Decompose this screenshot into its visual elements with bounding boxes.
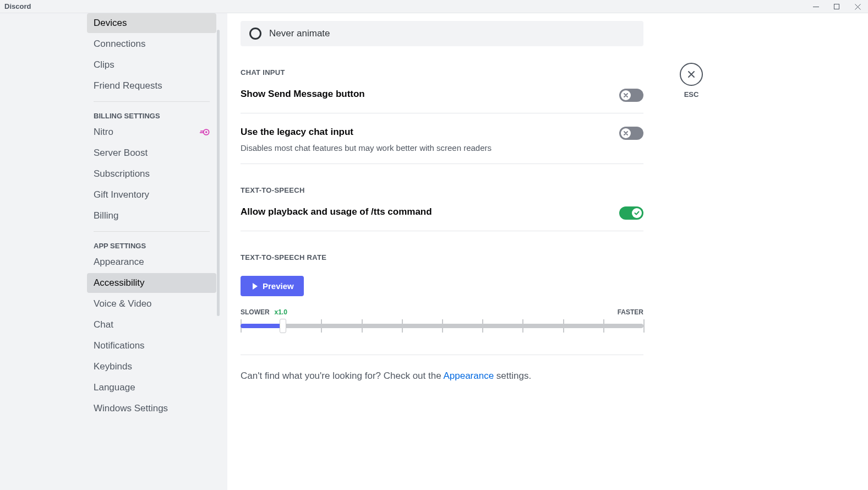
setting-label: Use the legacy chat input: [241, 127, 492, 138]
sidebar-item-label: Keybinds: [94, 361, 132, 372]
toggle-show-send-button[interactable]: [619, 89, 643, 102]
preview-label: Preview: [263, 281, 294, 291]
toggle-legacy-chat[interactable]: [619, 127, 643, 140]
sidebar-item-friend-requests[interactable]: Friend Requests: [87, 76, 216, 96]
setting-legacy-chat: Use the legacy chat input Disables most …: [241, 124, 643, 164]
slider-fill: [241, 324, 283, 328]
sidebar-item-label: Connections: [94, 39, 146, 50]
slider-slower-label: SLOWER: [241, 308, 270, 316]
sidebar-item-label: Appearance: [94, 257, 144, 268]
sidebar-item-nitro[interactable]: Nitro: [87, 122, 216, 142]
sidebar-item-connections[interactable]: Connections: [87, 34, 216, 54]
setting-tts-allow: Allow playback and usage of /tts command: [241, 204, 643, 231]
sidebar-item-keybinds[interactable]: Keybinds: [87, 357, 216, 377]
svg-rect-0: [813, 7, 819, 7]
app-title: Discord: [4, 2, 31, 10]
section-header-chat-input: Chat Input: [241, 68, 643, 77]
toggle-tts-allow[interactable]: [619, 206, 643, 220]
slider-current-value: x1.0: [275, 308, 287, 316]
window-controls: [805, 0, 868, 13]
appearance-link[interactable]: Appearance: [443, 371, 494, 381]
sidebar-item-label: Billing: [94, 210, 118, 221]
sidebar-item-clips[interactable]: Clips: [87, 55, 216, 75]
sidebar-item-billing[interactable]: Billing: [87, 206, 216, 226]
sidebar-item-label: Friend Requests: [94, 80, 162, 91]
sidebar-item-label: Windows Settings: [94, 403, 168, 414]
maximize-button[interactable]: [826, 0, 847, 13]
sidebar-item-server-boost[interactable]: Server Boost: [87, 143, 216, 163]
sidebar-header-billing: Billing Settings: [87, 107, 216, 122]
x-icon: [623, 92, 629, 99]
sidebar-scrollbar[interactable]: [217, 30, 220, 316]
setting-description: Disables most chat features but may work…: [241, 143, 492, 153]
sidebar-item-label: Chat: [94, 319, 113, 330]
slider-labels: SLOWER FASTER: [241, 308, 643, 316]
footer-prefix: Can't find what you're looking for? Chec…: [241, 371, 443, 381]
sidebar-item-label: Subscriptions: [94, 168, 150, 179]
sidebar-divider: [94, 101, 210, 102]
footer-divider: [241, 355, 643, 355]
section-header-tts: Text-to-Speech: [241, 186, 643, 194]
preview-button[interactable]: Preview: [241, 276, 304, 296]
section-header-tts-rate: Text-to-Speech Rate: [241, 253, 643, 262]
close-esc-label: ESC: [684, 90, 699, 99]
sidebar-item-language[interactable]: Language: [87, 378, 216, 398]
close-settings-button[interactable]: [680, 63, 703, 86]
sidebar-item-label: Clips: [94, 59, 114, 70]
x-icon: [623, 130, 629, 137]
sidebar-item-notifications[interactable]: Notifications: [87, 336, 216, 356]
sidebar-region: Devices Connections Clips Friend Request…: [0, 13, 227, 490]
footer-hint: Can't find what you're looking for? Chec…: [241, 371, 643, 382]
sidebar-item-devices[interactable]: Devices: [87, 13, 216, 33]
radio-never-animate[interactable]: Never animate: [241, 21, 643, 46]
sidebar-item-accessibility[interactable]: Accessibility: [87, 273, 216, 293]
svg-point-3: [205, 131, 208, 133]
nitro-icon: [200, 128, 210, 136]
radio-label: Never animate: [269, 28, 330, 39]
svg-rect-1: [834, 4, 839, 9]
sidebar: Devices Connections Clips Friend Request…: [87, 13, 216, 490]
slider-ticks: [241, 319, 643, 333]
close-window-button[interactable]: [847, 0, 868, 13]
titlebar: Discord: [0, 0, 868, 13]
sidebar-item-windows-settings[interactable]: Windows Settings: [87, 399, 216, 418]
sidebar-header-app: App Settings: [87, 237, 216, 252]
slider-thumb[interactable]: [280, 319, 286, 333]
check-icon: [634, 210, 640, 216]
sidebar-item-subscriptions[interactable]: Subscriptions: [87, 164, 216, 184]
setting-label: Show Send Message button: [241, 89, 365, 100]
toggle-thumb: [621, 128, 631, 138]
slider-faster-label: FASTER: [618, 308, 643, 316]
slider-track[interactable]: [241, 324, 643, 328]
tts-rate-slider: SLOWER FASTER x1.0: [241, 324, 643, 328]
footer-suffix: settings.: [494, 371, 531, 381]
sidebar-item-label: Language: [94, 382, 135, 393]
sidebar-item-label: Nitro: [94, 127, 113, 138]
sidebar-item-label: Gift Inventory: [94, 189, 149, 200]
sidebar-item-gift-inventory[interactable]: Gift Inventory: [87, 185, 216, 205]
close-settings: ESC: [680, 63, 703, 99]
minimize-button[interactable]: [805, 0, 826, 13]
sidebar-item-label: Voice & Video: [94, 298, 152, 309]
sidebar-item-label: Devices: [94, 18, 127, 29]
sidebar-item-label: Notifications: [94, 340, 145, 351]
content-region: ESC Never animate Chat Input Show Send M…: [227, 13, 868, 490]
sidebar-item-label: Server Boost: [94, 148, 148, 159]
play-icon: [250, 282, 259, 291]
radio-icon: [249, 28, 261, 40]
toggle-thumb: [621, 90, 631, 100]
toggle-thumb: [632, 208, 642, 218]
close-icon: [687, 70, 696, 79]
sidebar-item-voice-video[interactable]: Voice & Video: [87, 294, 216, 314]
sidebar-item-chat[interactable]: Chat: [87, 315, 216, 335]
setting-label: Allow playback and usage of /tts command: [241, 206, 432, 217]
sidebar-item-appearance[interactable]: Appearance: [87, 252, 216, 272]
setting-show-send-button: Show Send Message button: [241, 86, 643, 113]
sidebar-item-label: Accessibility: [94, 277, 145, 288]
sidebar-divider: [94, 231, 210, 232]
